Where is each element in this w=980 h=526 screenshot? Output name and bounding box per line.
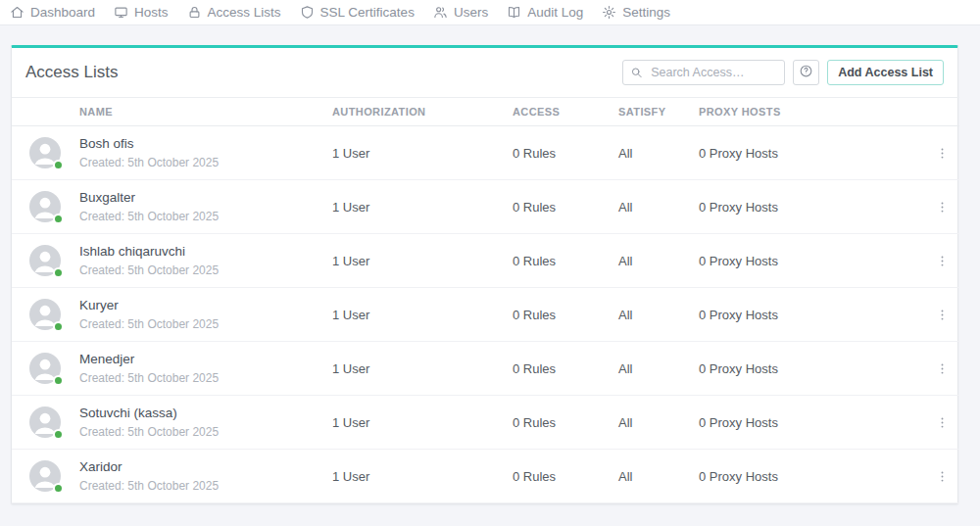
- access-list-created: Created: 5th October 2025: [79, 317, 332, 331]
- monitor-icon: [114, 5, 128, 20]
- proxy-hosts-cell: 0 Proxy Hosts: [699, 288, 932, 342]
- satisfy-cell: All: [618, 342, 699, 396]
- column-header-access: ACCESS: [513, 98, 618, 126]
- table-row: Kuryer Created: 5th October 2025 1 User …: [12, 288, 959, 342]
- satisfy-cell: All: [618, 126, 699, 180]
- kebab-menu-icon[interactable]: [932, 139, 952, 167]
- home-icon: [10, 5, 24, 20]
- authorization-cell: 1 User: [332, 180, 513, 234]
- avatar: [28, 406, 62, 439]
- satisfy-cell: All: [618, 234, 699, 288]
- proxy-hosts-cell: 0 Proxy Hosts: [699, 396, 932, 450]
- nav-item-dashboard[interactable]: Dashboard: [10, 5, 95, 20]
- book-icon: [507, 5, 521, 20]
- nav-item-access-lists[interactable]: Access Lists: [187, 5, 281, 20]
- nav-item-hosts[interactable]: Hosts: [114, 5, 169, 20]
- shield-icon: [300, 5, 315, 20]
- authorization-cell: 1 User: [332, 234, 513, 288]
- search-input[interactable]: [622, 60, 785, 85]
- lock-icon: [187, 5, 202, 20]
- kebab-menu-icon[interactable]: [932, 408, 952, 436]
- avatar: [28, 459, 62, 493]
- avatar: [28, 190, 62, 223]
- nav-item-users[interactable]: Users: [433, 5, 488, 20]
- table-row: Menedjer Created: 5th October 2025 1 Use…: [12, 342, 959, 396]
- table-row: Bosh ofis Created: 5th October 2025 1 Us…: [12, 126, 959, 180]
- access-list-name: Kuryer: [79, 298, 332, 314]
- authorization-cell: 1 User: [332, 396, 513, 450]
- access-cell: 0 Rules: [513, 396, 618, 450]
- access-list-name: Xaridor: [79, 459, 332, 476]
- authorization-cell: 1 User: [332, 288, 513, 342]
- access-cell: 0 Rules: [513, 450, 618, 503]
- table-row: Buxgalter Created: 5th October 2025 1 Us…: [12, 180, 959, 234]
- add-access-list-button[interactable]: Add Access List: [827, 60, 944, 85]
- search-icon: [630, 67, 643, 79]
- online-status-dot: [53, 375, 64, 386]
- table-header-row: NAME AUTHORIZATION ACCESS SATISFY PROXY …: [12, 98, 959, 126]
- nav-item-label: Audit Log: [527, 5, 583, 20]
- kebab-menu-icon[interactable]: [932, 462, 952, 490]
- access-cell: 0 Rules: [513, 342, 618, 396]
- kebab-menu-icon[interactable]: [932, 247, 952, 274]
- column-header-authorization: AUTHORIZATION: [332, 98, 513, 126]
- authorization-cell: 1 User: [332, 342, 513, 396]
- online-status-dot: [53, 214, 64, 224]
- table-row: Xaridor Created: 5th October 2025 1 User…: [12, 450, 959, 503]
- access-list-name: Menedjer: [79, 352, 332, 368]
- nav-item-label: Users: [454, 5, 488, 20]
- gear-icon: [602, 5, 616, 20]
- column-header-name: NAME: [79, 98, 332, 126]
- page-title: Access Lists: [25, 63, 118, 82]
- online-status-dot: [53, 321, 64, 332]
- access-cell: 0 Rules: [513, 126, 618, 180]
- access-lists-table: NAME AUTHORIZATION ACCESS SATISFY PROXY …: [12, 97, 959, 503]
- nav-item-label: Settings: [622, 5, 670, 20]
- search-box: [622, 60, 785, 85]
- access-list-name: Ishlab chiqaruvchi: [79, 244, 332, 261]
- header-controls: Add Access List: [622, 60, 944, 85]
- navbar: DashboardHostsAccess ListsSSL Certificat…: [0, 0, 980, 25]
- access-list-created: Created: 5th October 2025: [79, 263, 332, 277]
- authorization-cell: 1 User: [332, 450, 513, 503]
- proxy-hosts-cell: 0 Proxy Hosts: [699, 234, 932, 288]
- kebab-menu-icon[interactable]: [932, 301, 952, 328]
- proxy-hosts-cell: 0 Proxy Hosts: [699, 126, 932, 180]
- satisfy-cell: All: [618, 396, 699, 450]
- access-cell: 0 Rules: [513, 234, 618, 288]
- column-header-satisfy: SATISFY: [618, 98, 699, 126]
- nav-item-settings[interactable]: Settings: [602, 5, 670, 20]
- proxy-hosts-cell: 0 Proxy Hosts: [699, 180, 932, 234]
- access-list-created: Created: 5th October 2025: [79, 371, 332, 385]
- kebab-menu-icon[interactable]: [932, 355, 952, 382]
- online-status-dot: [53, 267, 64, 278]
- access-cell: 0 Rules: [513, 288, 618, 342]
- satisfy-cell: All: [618, 288, 699, 342]
- avatar: [28, 352, 62, 385]
- table-row: Ishlab chiqaruvchi Created: 5th October …: [12, 234, 959, 288]
- nav-item-label: Hosts: [134, 5, 169, 20]
- kebab-menu-icon[interactable]: [932, 193, 952, 220]
- access-list-created: Created: 5th October 2025: [79, 425, 332, 439]
- access-list-name: Bosh ofis: [79, 136, 332, 153]
- online-status-dot: [53, 429, 64, 440]
- access-cell: 0 Rules: [513, 180, 618, 234]
- help-button[interactable]: [793, 60, 819, 85]
- nav-item-label: Dashboard: [30, 5, 95, 20]
- nav-item-label: Access Lists: [208, 5, 281, 20]
- column-header-avatar: [12, 98, 79, 126]
- nav-item-ssl-certificates[interactable]: SSL Certificates: [300, 5, 415, 20]
- avatar: [28, 136, 62, 169]
- nav-item-audit-log[interactable]: Audit Log: [507, 5, 583, 20]
- satisfy-cell: All: [618, 180, 699, 234]
- online-status-dot: [53, 483, 64, 494]
- column-header-proxy-hosts: PROXY HOSTS: [699, 98, 932, 126]
- users-icon: [433, 5, 448, 20]
- column-header-actions: [932, 98, 959, 126]
- access-list-created: Created: 5th October 2025: [79, 479, 332, 493]
- nav-item-label: SSL Certificates: [320, 5, 415, 20]
- online-status-dot: [53, 160, 64, 170]
- access-lists-card: Access Lists Add Access List NAME AUTHOR…: [11, 45, 958, 504]
- table-row: Sotuvchi (kassa) Created: 5th October 20…: [12, 396, 959, 450]
- card-header: Access Lists Add Access List: [12, 48, 957, 97]
